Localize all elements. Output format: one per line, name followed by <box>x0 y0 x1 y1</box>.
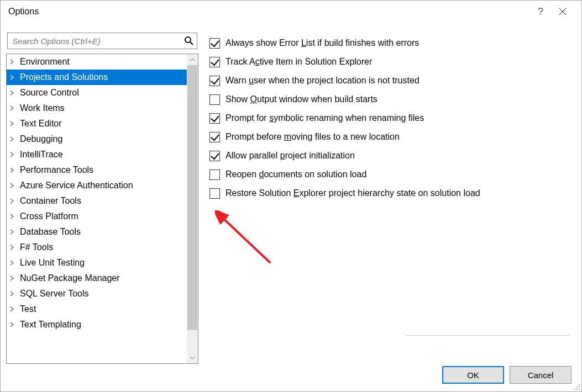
svg-point-0 <box>185 37 191 43</box>
checkbox[interactable] <box>209 76 220 86</box>
option-label[interactable]: Warn user when the project location is n… <box>226 76 420 86</box>
help-icon[interactable]: ? <box>529 1 552 23</box>
tree-item-label: Database Tools <box>20 227 81 237</box>
option-row: Allow parallel project initialization <box>209 146 570 165</box>
tree-item-label: NuGet Package Manager <box>20 273 120 283</box>
tree-item-label: Projects and Solutions <box>20 72 108 82</box>
chevron-right-icon <box>10 183 15 188</box>
tree-item-environment[interactable]: Environment <box>7 54 187 70</box>
tree-item-label: SQL Server Tools <box>20 289 89 299</box>
svg-point-5 <box>579 386 580 388</box>
resize-grip-icon[interactable] <box>573 383 580 390</box>
tree-item-database-tools[interactable]: Database Tools <box>7 224 187 240</box>
option-row: Prompt before moving files to a new loca… <box>209 128 570 146</box>
scroll-down-icon[interactable] <box>187 352 198 363</box>
option-row: Prompt for symbolic renaming when renami… <box>209 109 570 128</box>
tree-item-performance-tools[interactable]: Performance Tools <box>7 162 187 178</box>
options-panel: Always show Error List if build finishes… <box>198 23 576 364</box>
tree-item-label: IntelliTrace <box>20 150 63 160</box>
tree-item-label: Test <box>20 304 36 314</box>
title-bar: Options ? <box>1 1 581 23</box>
option-label[interactable]: Show Output window when build starts <box>226 94 377 104</box>
chevron-right-icon <box>10 167 15 173</box>
tree-item-work-items[interactable]: Work Items <box>7 100 187 116</box>
option-row: Reopen documents on solution load <box>209 165 570 184</box>
window-title: Options <box>8 7 529 17</box>
close-icon[interactable] <box>552 1 574 23</box>
checkbox[interactable] <box>209 38 220 49</box>
chevron-right-icon <box>10 59 15 65</box>
chevron-right-icon <box>10 245 15 250</box>
tree-item-label: Work Items <box>20 103 65 113</box>
tree-item-container-tools[interactable]: Container Tools <box>7 193 187 209</box>
chevron-right-icon <box>10 276 15 281</box>
checkbox[interactable] <box>209 113 220 124</box>
left-pane: EnvironmentProjects and SolutionsSource … <box>6 23 198 364</box>
chevron-right-icon <box>10 121 15 126</box>
option-label[interactable]: Prompt before moving files to a new loca… <box>226 132 400 142</box>
option-label[interactable]: Always show Error List if build finishes… <box>226 38 419 48</box>
option-label[interactable]: Allow parallel project initialization <box>226 151 355 161</box>
checkbox[interactable] <box>209 169 220 180</box>
chevron-right-icon <box>10 198 15 204</box>
option-row: Show Output window when build starts <box>209 90 570 109</box>
tree-item-intellitrace[interactable]: IntelliTrace <box>7 147 187 162</box>
chevron-right-icon <box>10 90 15 96</box>
svg-line-2 <box>222 217 270 263</box>
tree-item-label: Performance Tools <box>20 165 93 175</box>
cancel-button[interactable]: Cancel <box>510 366 571 384</box>
svg-point-4 <box>576 386 578 388</box>
checkbox[interactable] <box>209 57 220 67</box>
svg-point-3 <box>579 384 580 385</box>
tree-item-label: Text Editor <box>20 119 62 129</box>
search-box[interactable] <box>7 33 197 49</box>
chevron-right-icon <box>10 214 15 219</box>
tree-item-nuget-package-manager[interactable]: NuGet Package Manager <box>7 271 187 286</box>
option-row: Track Active Item in Solution Explorer <box>209 52 570 71</box>
tree-item-sql-server-tools[interactable]: SQL Server Tools <box>7 286 187 301</box>
tree-item-label: Environment <box>20 57 70 67</box>
tree-item-text-templating[interactable]: Text Templating <box>7 317 187 332</box>
option-label[interactable]: Reopen documents on solution load <box>226 169 366 179</box>
svg-point-6 <box>574 389 575 390</box>
tree-item-source-control[interactable]: Source Control <box>7 85 187 100</box>
tree-item-label: Container Tools <box>20 196 81 206</box>
tree-item-label: F# Tools <box>20 242 53 252</box>
tree-item-debugging[interactable]: Debugging <box>7 131 187 147</box>
checkbox[interactable] <box>209 94 220 105</box>
scroll-thumb[interactable] <box>187 65 197 330</box>
svg-point-8 <box>579 389 580 390</box>
svg-point-7 <box>576 389 578 390</box>
option-row: Always show Error List if build finishes… <box>209 34 570 52</box>
ok-button[interactable]: OK <box>442 366 504 384</box>
tree-item-label: Azure Service Authentication <box>20 181 133 190</box>
tree-item-label: Live Unit Testing <box>20 258 85 268</box>
option-label[interactable]: Track Active Item in Solution Explorer <box>226 57 372 67</box>
option-label[interactable]: Prompt for symbolic renaming when renami… <box>226 113 424 123</box>
search-icon[interactable] <box>181 36 197 45</box>
chevron-right-icon <box>10 105 15 111</box>
chevron-right-icon <box>10 260 15 266</box>
tree-item-projects-and-solutions[interactable]: Projects and Solutions <box>7 70 187 85</box>
tree-item-label: Debugging <box>20 134 62 144</box>
tree-item-f-tools[interactable]: F# Tools <box>7 240 187 255</box>
option-label[interactable]: Restore Solution Explorer project hierar… <box>226 188 480 198</box>
chevron-right-icon <box>10 322 15 327</box>
search-input[interactable] <box>8 36 181 46</box>
checkbox[interactable] <box>209 188 220 199</box>
tree-item-text-editor[interactable]: Text Editor <box>7 116 187 131</box>
tree-item-cross-platform[interactable]: Cross Platform <box>7 209 187 224</box>
tree-item-test[interactable]: Test <box>7 301 187 317</box>
annotation-arrow-icon <box>215 210 281 273</box>
tree-item-live-unit-testing[interactable]: Live Unit Testing <box>7 255 187 271</box>
chevron-right-icon <box>10 229 15 235</box>
checkbox[interactable] <box>209 132 220 142</box>
svg-line-1 <box>190 42 193 45</box>
scroll-up-icon[interactable] <box>187 54 198 65</box>
tree-scrollbar[interactable] <box>187 54 198 363</box>
tree-item-azure-service-authentication[interactable]: Azure Service Authentication <box>7 178 187 193</box>
tree-item-label: Cross Platform <box>20 211 78 221</box>
category-tree[interactable]: EnvironmentProjects and SolutionsSource … <box>6 54 198 364</box>
checkbox[interactable] <box>209 151 220 161</box>
option-row: Restore Solution Explorer project hierar… <box>209 184 570 203</box>
